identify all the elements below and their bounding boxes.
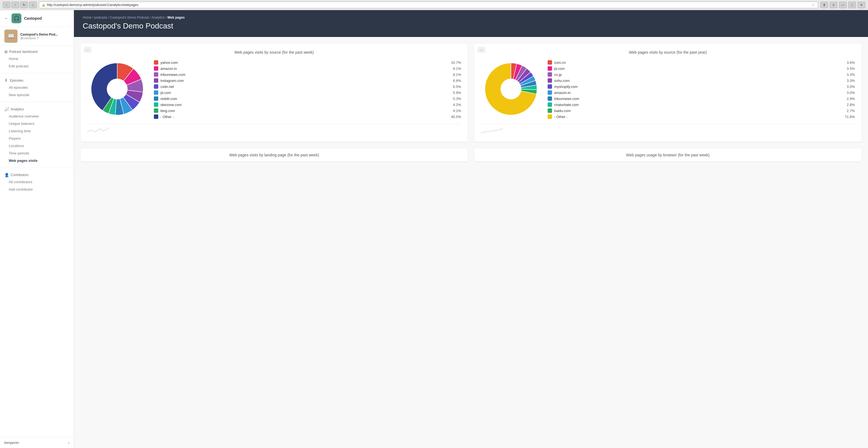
yearly-chart-body: com.cn 3.6% jd.com 3.5% co.jp 3.3% sohu.…	[481, 59, 855, 120]
minimize-button[interactable]: —	[839, 2, 847, 8]
contributors-title: 👤 Contributors	[0, 171, 74, 178]
contributors-icon: 👤	[4, 173, 9, 177]
sidebar-item-audience-overview[interactable]: Audience overview	[0, 113, 74, 120]
page-title: Castopod's Demo Podcast	[83, 22, 859, 30]
url-bar[interactable]: 🔒 http://castopod.demo/cp-admin/podcasts…	[39, 2, 818, 8]
sidebar-item-new-episode[interactable]: New episode	[0, 91, 74, 98]
legend-item: baidu.com 2.7%	[548, 109, 855, 113]
breadcrumb-podcasts[interactable]: podcasts	[94, 16, 107, 20]
legend-value: 8.1%	[450, 72, 461, 77]
browser-usage-title: Web pages usage by browser (for the past…	[481, 153, 855, 157]
legend-value: 10.7%	[450, 61, 461, 65]
yearly-chart-card: ··· Web pages visits by source (for the …	[474, 43, 861, 142]
sidebar-item-time-periods[interactable]: Time periods	[0, 150, 74, 157]
sidebar-item-web-pages-visits[interactable]: Web pages visits	[0, 157, 74, 164]
legend-item: sohu.com 3.3%	[548, 78, 855, 83]
nav-section-analytics: 📈 Analytics Audience overview Unique lis…	[0, 103, 74, 167]
home-button[interactable]: ⌂	[29, 2, 37, 8]
sidebar-item-all-contributors[interactable]: All contributors	[0, 178, 74, 186]
legend-label: yahoo.com	[160, 61, 448, 65]
sidebar-item-edit-podcast[interactable]: Edit podcast	[0, 62, 74, 70]
podcast-dashboard-title: ⊞ Podcast dashboard	[0, 48, 74, 55]
legend-label: tribunnews.com	[554, 97, 842, 101]
app-container: ← 🎧 Castopod 📖 Castopod's Demo Pod... @c…	[0, 10, 868, 448]
weekly-chart-title: Web pages visits by source (for the past…	[87, 50, 461, 55]
legend-value: 2.7%	[844, 109, 855, 113]
legend-value: 3.5%	[844, 66, 855, 71]
legend-label: myshopify.com	[554, 85, 842, 89]
breadcrumb-home[interactable]: Home	[83, 16, 91, 20]
legend-value: 8.1%	[450, 66, 461, 71]
legend-value: 2.9%	[844, 97, 855, 101]
sidebar-item-add-contributor[interactable]: Add contributor	[0, 186, 74, 193]
legend-item: - Other - 71.8%	[548, 115, 855, 119]
back-button[interactable]: ‹	[3, 2, 10, 8]
screenshot-button[interactable]: ⬇	[820, 2, 828, 8]
legend-item: bing.com 4.1%	[154, 109, 461, 113]
bookmark-icon[interactable]: ☆	[812, 3, 815, 7]
close-button[interactable]: ✕	[858, 2, 865, 8]
yearly-chart-menu-button[interactable]: ···	[477, 47, 485, 53]
legend-label: - Other -	[554, 115, 842, 119]
browser-usage-card: Web pages usage by browser (for the past…	[474, 148, 861, 161]
yearly-chart-footer	[481, 123, 855, 135]
breadcrumb: Home / podcasts / Castopod's Demo Podcas…	[83, 16, 859, 20]
legend-label: reddit.com	[160, 97, 448, 101]
sidebar-item-locations[interactable]: Locations	[0, 142, 74, 150]
legend-item: co.jp 3.3%	[548, 72, 855, 77]
legend-color-swatch	[548, 96, 552, 101]
legend-color-swatch	[154, 102, 158, 107]
analytics-icon: 📈	[4, 107, 9, 112]
legend-item: amazon.in 8.1%	[154, 66, 461, 71]
breadcrumb-podcast-name[interactable]: Castopod's Demo Podcast	[110, 16, 149, 20]
menu-button[interactable]: ≡	[830, 2, 837, 8]
reload-button[interactable]: ↻	[20, 2, 28, 8]
legend-color-swatch	[548, 78, 552, 83]
legend-value: 6.6%	[450, 79, 461, 83]
podcast-info: 📖 Castopod's Demo Pod... @castopod ↗	[0, 27, 74, 46]
svg-point-1	[500, 79, 521, 99]
sidebar-item-listening-time[interactable]: Listening time	[0, 127, 74, 135]
bottom-section: Web pages visits by landing page (for th…	[74, 148, 868, 168]
user-menu-chevron[interactable]: ›	[68, 441, 69, 445]
weekly-chart-body: yahoo.com 10.7% amazon.in 8.1% tribunnew…	[87, 59, 461, 120]
dashboard-icon: ⊞	[4, 50, 8, 54]
legend-color-swatch	[154, 72, 158, 77]
sidebar-item-unique-listeners[interactable]: Unique listeners	[0, 120, 74, 127]
sidebar-back-button[interactable]: ←	[4, 16, 9, 21]
legend-item: jd.com 3.5%	[548, 66, 855, 71]
episodes-icon: 🎙	[4, 78, 8, 83]
legend-item: tribunnews.com 2.9%	[548, 96, 855, 101]
sidebar-item-home[interactable]: Home	[0, 55, 74, 62]
legend-value: 5.3%	[450, 97, 461, 101]
legend-item: com.cn 3.6%	[548, 60, 855, 65]
podcast-name: Castopod's Demo Pod...	[20, 33, 58, 36]
legend-value: 40.5%	[450, 115, 461, 119]
legend-value: 3.0%	[844, 85, 855, 89]
legend-color-swatch	[548, 66, 552, 71]
nav-section-episodes: 🎙 Episodes All episodes New episode	[0, 74, 74, 101]
legend-item: instagram.com 6.6%	[154, 78, 461, 83]
sidebar-footer: benjamin ›	[0, 437, 74, 448]
breadcrumb-current: Web pages	[167, 16, 185, 20]
podcast-handle: @castopod ↗	[20, 36, 58, 40]
breadcrumb-analytics[interactable]: Analytics	[151, 16, 164, 20]
analytics-label: Analytics	[11, 107, 24, 111]
legend-color-swatch	[154, 84, 158, 89]
contributors-label: Contributors	[11, 173, 29, 177]
forward-button[interactable]: ›	[11, 2, 19, 8]
page-header: Home / podcasts / Castopod's Demo Podcas…	[74, 10, 868, 37]
maximize-button[interactable]: □	[848, 2, 856, 8]
legend-value: 6.5%	[450, 85, 461, 89]
external-link-icon[interactable]: ↗	[36, 36, 39, 40]
weekly-chart-menu-button[interactable]: ···	[84, 47, 91, 53]
legend-item: csdn.net 6.5%	[154, 84, 461, 89]
legend-label: bing.com	[160, 109, 448, 113]
sidebar-item-players[interactable]: Players	[0, 135, 74, 142]
main-content: Home / podcasts / Castopod's Demo Podcas…	[74, 10, 868, 448]
castopod-logo: 🎧	[11, 13, 21, 23]
legend-item: jd.com 5.9%	[154, 90, 461, 95]
legend-value: 2.8%	[844, 103, 855, 107]
weekly-pie-chart	[87, 59, 147, 120]
sidebar-item-all-episodes[interactable]: All episodes	[0, 84, 74, 91]
